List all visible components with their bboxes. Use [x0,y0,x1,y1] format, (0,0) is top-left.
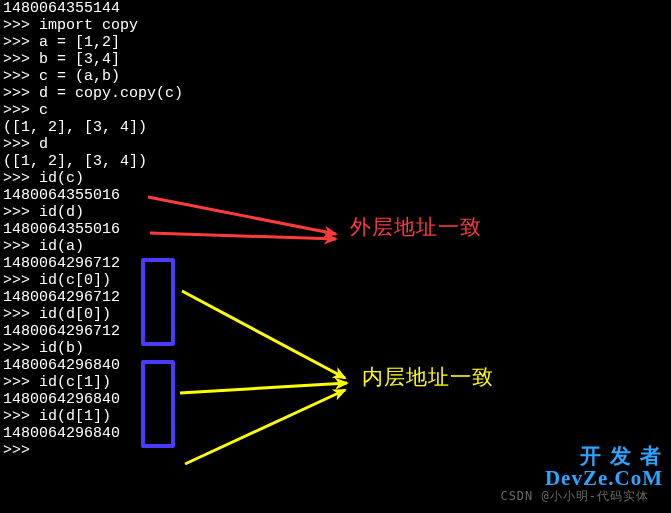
code-input: d = copy.copy(c) [39,85,183,102]
terminal-line: >>> c [3,102,183,119]
code-input: c [39,102,48,119]
terminal-line: >>> a = [1,2] [3,34,183,51]
terminal-line: >>> [3,442,183,459]
code-output: 1480064296712 [3,323,120,340]
prompt: >>> [3,442,39,459]
watermark-faint: CSDN @小小明-代码实体 [500,488,649,505]
code-input: id(c[0]) [39,272,111,289]
terminal-line: >>> id(d) [3,204,183,221]
prompt: >>> [3,51,39,68]
outer-address-label: 外层地址一致 [350,218,482,235]
terminal-line: ([1, 2], [3, 4]) [3,153,183,170]
arrow-yellow-3 [185,390,345,464]
code-input: id(d[1]) [39,408,111,425]
terminal-line: >>> c = (a,b) [3,68,183,85]
code-input: id(d) [39,204,84,221]
terminal-line: 1480064296712 [3,323,183,340]
prompt: >>> [3,17,39,34]
prompt: >>> [3,85,39,102]
prompt: >>> [3,238,39,255]
code-input: id(d[0]) [39,306,111,323]
prompt: >>> [3,204,39,221]
code-input: a = [1,2] [39,34,120,51]
code-input: b = [3,4] [39,51,120,68]
code-output: 1480064296840 [3,391,120,408]
terminal-line: 1480064296712 [3,255,183,272]
code-input: id(a) [39,238,84,255]
prompt: >>> [3,340,39,357]
watermark-line1: 开 发 者 [580,448,664,465]
terminal-line: 1480064296840 [3,391,183,408]
terminal-line: 1480064296712 [3,289,183,306]
code-output: 1480064296712 [3,289,120,306]
prompt: >>> [3,306,39,323]
prompt: >>> [3,170,39,187]
prompt: >>> [3,68,39,85]
code-output: 1480064296712 [3,255,120,272]
prompt: >>> [3,374,39,391]
prompt: >>> [3,102,39,119]
arrow-yellow-1 [182,291,345,378]
terminal-line: >>> d = copy.copy(c) [3,85,183,102]
code-output: 1480064355144 [3,0,120,17]
terminal-line: >>> id(c[1]) [3,374,183,391]
terminal-line: 1480064355144 [3,0,183,17]
code-input: id(c) [39,170,84,187]
terminal-line: 1480064296840 [3,357,183,374]
terminal-line: 1480064355016 [3,187,183,204]
terminal-line: 1480064355016 [3,221,183,238]
terminal-line: ([1, 2], [3, 4]) [3,119,183,136]
prompt: >>> [3,272,39,289]
code-input: c = (a,b) [39,68,120,85]
code-output: ([1, 2], [3, 4]) [3,119,147,136]
arrow-yellow-2 [180,383,347,393]
terminal[interactable]: 1480064355144>>> import copy>>> a = [1,2… [0,0,186,459]
terminal-line: >>> id(d[0]) [3,306,183,323]
prompt: >>> [3,136,39,153]
terminal-line: >>> id(d[1]) [3,408,183,425]
inner-address-label: 内层地址一致 [362,368,494,385]
terminal-line: >>> b = [3,4] [3,51,183,68]
terminal-line: >>> id(a) [3,238,183,255]
code-input: id(c[1]) [39,374,111,391]
code-output: 1480064355016 [3,221,120,238]
terminal-line: >>> id(c[0]) [3,272,183,289]
terminal-line: >>> id(c) [3,170,183,187]
prompt: >>> [3,408,39,425]
code-input: d [39,136,48,153]
code-input: id(b) [39,340,84,357]
code-output: 1480064296840 [3,357,120,374]
watermark-line2: DevZe.CoM [545,470,663,487]
terminal-line: >>> import copy [3,17,183,34]
code-output: 1480064296840 [3,425,120,442]
prompt: >>> [3,34,39,51]
code-output: ([1, 2], [3, 4]) [3,153,147,170]
terminal-line: >>> id(b) [3,340,183,357]
terminal-line: 1480064296840 [3,425,183,442]
terminal-line: >>> d [3,136,183,153]
code-input: import copy [39,17,138,34]
code-output: 1480064355016 [3,187,120,204]
